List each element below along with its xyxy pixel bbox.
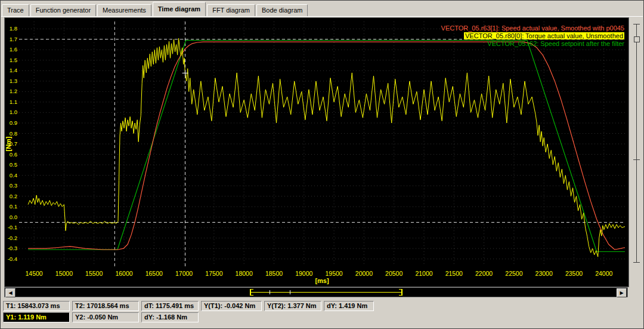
x-tick-label: 16000	[115, 270, 132, 277]
readout-dy: dY: -1.168 Nm	[141, 312, 199, 322]
y-tick-label: 0.4	[10, 172, 17, 179]
x-tick-label: 22000	[475, 270, 493, 277]
time-scrollbar[interactable]: ◀ ▶	[4, 287, 628, 297]
vslider-track	[636, 24, 637, 263]
y-tick-label: -0.4	[8, 256, 17, 262]
y-tick-label: 1.6	[10, 46, 17, 53]
range-cursor-t2-tick	[290, 290, 290, 294]
scroll-left-button[interactable]: ◀	[5, 288, 16, 297]
scroll-left-icon: ◀	[8, 290, 12, 296]
signal-legend: VECTOR_05.r63[1]: Speed actual value, Sm…	[441, 24, 624, 48]
trace-tool-window: Trace Function generator Measurements Ti…	[0, 0, 644, 329]
legend-speed-actual[interactable]: VECTOR_05.r63[1]: Speed actual value, Sm…	[441, 24, 624, 32]
y-tick-label: -0.3	[8, 245, 17, 251]
tab-bode-diagram[interactable]: Bode diagram	[256, 4, 308, 16]
x-tick-label: 14500	[25, 270, 42, 277]
x-tick-label: 18500	[265, 270, 283, 277]
legend-speed-setpoint[interactable]: VECTOR_05.r62: Speed setpoint after the …	[441, 40, 624, 48]
x-tick-label: 20000	[355, 270, 373, 277]
tab-strip-edge	[1, 16, 643, 17]
x-tick-label: 19500	[325, 270, 342, 277]
x-tick-label: 15000	[55, 270, 73, 277]
y-tick-label: 1.5	[10, 57, 17, 63]
y-axis-unit: [Nm]	[5, 136, 12, 151]
y-tick-label: 0.3	[10, 182, 17, 189]
series-2	[28, 38, 625, 257]
readout-y2: Y2: -0.050 Nm	[72, 312, 139, 322]
y-tick-label: 1.1	[10, 99, 17, 105]
y-tick-label: 0.0	[10, 214, 17, 220]
tab-function-generator[interactable]: Function generator	[30, 4, 96, 16]
range-left-bracket[interactable]	[250, 289, 253, 296]
tab-trace[interactable]: Trace	[2, 4, 29, 16]
readout-y1: Y1: 1.119 Nm	[3, 312, 70, 322]
y-tick-label: 1.8	[10, 25, 17, 32]
x-tick-label: 24000	[595, 270, 612, 277]
tab-bar: Trace Function generator Measurements Ti…	[2, 1, 642, 16]
y-tick-label: 1.2	[10, 88, 17, 94]
time-diagram-plot: -0.4-0.3-0.2-0.10.00.10.20.30.40.50.60.7…	[4, 17, 629, 287]
visible-range-indicator[interactable]	[250, 289, 402, 296]
x-tick-label: 17000	[175, 270, 193, 277]
x-axis-unit: [ms]	[315, 277, 329, 284]
vslider-mid-tick	[633, 159, 640, 160]
x-tick-label: 19000	[295, 270, 312, 277]
scroll-right-icon: ▶	[620, 290, 623, 296]
series-1	[28, 42, 625, 250]
legend-torque-actual-label: VECTOR_05.r80[0]: Torque actual value, U…	[464, 32, 624, 39]
tab-fft-diagram[interactable]: FFT diagram	[207, 4, 255, 16]
x-tick-label: 17500	[205, 270, 222, 277]
y-tick-label: 0.9	[10, 119, 17, 126]
series-0	[28, 41, 625, 252]
vslider-bottom-tick	[633, 262, 640, 263]
y-tick-label: -0.2	[8, 235, 17, 241]
readout-dt: dT: 1175.491 ms	[141, 301, 199, 311]
range-right-bracket[interactable]	[399, 289, 402, 296]
x-tick-label: 16500	[145, 270, 163, 277]
x-tick-label: 23500	[565, 270, 583, 277]
y-tick-label: 0.1	[10, 203, 17, 210]
tab-time-diagram[interactable]: Time diagram	[153, 2, 206, 16]
scroll-right-button[interactable]: ▶	[617, 288, 627, 297]
x-tick-label: 23000	[535, 270, 553, 277]
vslider-top-tick	[633, 24, 640, 24]
readout-y-t2: Y(T2): 1.377 Nm	[264, 301, 321, 311]
x-tick-label: 18000	[236, 270, 253, 277]
x-tick-label: 15500	[85, 270, 103, 277]
y-tick-label: 1.3	[10, 78, 17, 84]
legend-torque-actual[interactable]: VECTOR_05.r80[0]: Torque actual value, U…	[441, 32, 624, 40]
x-tick-label: 21000	[415, 270, 432, 277]
y-tick-label: 1.0	[10, 109, 17, 115]
readout-y-t1: Y(T1): -0.042 Nm	[201, 301, 262, 311]
readout-t2: T2: 17018.564 ms	[72, 301, 139, 311]
x-tick-label: 20500	[385, 270, 402, 277]
range-cursor-t1-tick	[270, 290, 270, 294]
y-tick-label: 0.2	[10, 193, 17, 199]
tab-measurements[interactable]: Measurements	[97, 4, 151, 16]
y-tick-label: 1.4	[10, 67, 17, 73]
y-tick-label: 0.8	[10, 130, 17, 137]
x-tick-label: 21500	[445, 270, 463, 277]
vertical-zoom-slider[interactable]	[631, 21, 642, 266]
range-line	[251, 292, 401, 293]
y-tick-label: -0.1	[8, 224, 17, 230]
readout-dy-t: dY: 1.419 Nm	[324, 301, 374, 311]
y-tick-label: 1.7	[10, 36, 17, 42]
readout-t1: T1: 15843.073 ms	[3, 301, 70, 311]
x-tick-label: 22500	[505, 270, 522, 277]
y-tick-label: 0.5	[10, 161, 17, 168]
vslider-handle[interactable]	[634, 36, 640, 42]
